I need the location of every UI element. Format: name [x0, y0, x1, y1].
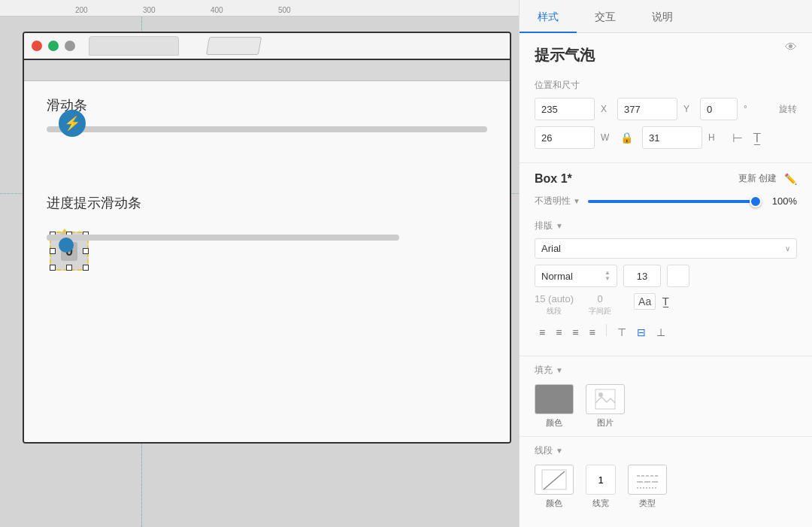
- line-section: 线段 ▼ 颜色 1 线宽: [520, 437, 812, 516]
- degree-input[interactable]: [700, 98, 738, 120]
- align-middle-btn[interactable]: ⊟: [632, 324, 650, 341]
- baseline-icon[interactable]: T̲: [753, 131, 761, 145]
- fill-image-label: 图片: [597, 417, 614, 429]
- opacity-thumb[interactable]: [750, 195, 762, 207]
- font-size-input[interactable]: [623, 265, 661, 287]
- align-bottom-btn[interactable]: ⊥: [652, 324, 670, 341]
- line-label: 线段 ▼: [535, 444, 797, 457]
- line-color-icon: [541, 468, 568, 491]
- letter-spacing-value: 0: [597, 293, 602, 304]
- font-family-row: Arial ∨: [535, 238, 797, 259]
- uppercase-icon[interactable]: Aa: [634, 293, 656, 310]
- align-left-btn[interactable]: ≡: [535, 324, 550, 341]
- line-type-swatch[interactable]: [628, 465, 667, 495]
- progress-track[interactable]: [47, 235, 399, 241]
- align-center-btn[interactable]: ≡: [551, 324, 566, 341]
- line-color-label: 颜色: [546, 498, 562, 509]
- component-section: Box 1* 更新 创建 ✏️: [520, 163, 812, 189]
- browser-maximize-btn[interactable]: [48, 41, 59, 51]
- progress-section: 进度提示滑动条 0: [47, 194, 487, 295]
- ruler-tick-200: 200: [75, 6, 88, 14]
- browser-tab-active[interactable]: [206, 37, 262, 55]
- opacity-section: 不透明性 ▼ 100%: [520, 189, 812, 214]
- canvas-area: 200 300 400 500 滑动条: [0, 0, 519, 527]
- fill-color-swatch[interactable]: [535, 384, 574, 414]
- line-spacing-item: 15 (auto) 线段: [535, 293, 574, 317]
- browser-mockup: 滑动条 ⚡ 进度提示滑动条: [23, 32, 511, 444]
- opacity-slider[interactable]: [588, 200, 756, 203]
- font-family-chevron: ∨: [785, 244, 790, 253]
- font-color-swatch[interactable]: [667, 265, 689, 287]
- line-width-label: 线宽: [592, 498, 609, 509]
- line-width-option: 1 线宽: [586, 465, 616, 509]
- progress-filled: [47, 235, 117, 241]
- opacity-label: 不透明性 ▼: [535, 195, 580, 207]
- handle-bm[interactable]: [66, 265, 72, 271]
- ruler-tick-400: 400: [211, 6, 223, 14]
- update-create-btn[interactable]: 更新 创建: [738, 173, 777, 185]
- fill-label: 填充 ▼: [535, 364, 797, 377]
- align-justify-btn[interactable]: ≡: [585, 324, 600, 341]
- font-family-select[interactable]: Arial ∨: [535, 238, 797, 259]
- canvas-content: 滑动条 ⚡ 进度提示滑动条: [0, 17, 519, 527]
- align-right-btn[interactable]: ≡: [568, 324, 583, 341]
- font-style-spinner[interactable]: ▲ ▼: [604, 270, 611, 282]
- handle-rm[interactable]: [83, 248, 89, 254]
- ruler: 200 300 400 500: [0, 0, 519, 17]
- handle-br[interactable]: [83, 265, 89, 271]
- strikethrough-icon[interactable]: T̲: [659, 294, 673, 309]
- panel-title: 提示气泡: [520, 33, 812, 71]
- browser-tab-main[interactable]: [89, 36, 179, 56]
- line-width-value: 1: [598, 474, 603, 486]
- fill-chevron: ▼: [556, 366, 563, 374]
- right-panel: 样式 交互 说明 提示气泡 👁 位置和尺寸 X Y ° 旋转: [519, 0, 812, 527]
- handle-bl[interactable]: [50, 265, 56, 271]
- lightning-icon: ⚡: [64, 115, 80, 132]
- image-icon: [594, 388, 617, 410]
- panel-content: 提示气泡 👁 位置和尺寸 X Y ° 旋转 W 🔒: [520, 33, 812, 527]
- slider-thumb[interactable]: ⚡: [59, 110, 86, 137]
- tab-style[interactable]: 样式: [520, 3, 577, 33]
- y-input[interactable]: [617, 98, 677, 120]
- align-icon[interactable]: ⊢: [732, 131, 743, 145]
- browser-minimize-btn[interactable]: [65, 41, 75, 51]
- x-input[interactable]: [535, 98, 595, 120]
- fill-color-label: 颜色: [546, 417, 562, 429]
- rotate-label: 旋转: [779, 103, 797, 116]
- svg-rect-0: [595, 389, 615, 409]
- visibility-icon[interactable]: 👁: [785, 41, 797, 54]
- component-name: Box 1*: [535, 172, 572, 186]
- w-input[interactable]: [535, 126, 595, 149]
- panel-tabs: 样式 交互 说明: [520, 0, 812, 33]
- h-input[interactable]: [642, 126, 702, 149]
- ruler-tick-300: 300: [143, 6, 156, 14]
- align-top-btn[interactable]: ⊤: [613, 324, 631, 341]
- font-style-select[interactable]: Normal ▲ ▼: [535, 265, 617, 287]
- progress-thumb[interactable]: [59, 238, 74, 253]
- divider: [606, 324, 607, 336]
- tab-description[interactable]: 说明: [634, 3, 691, 33]
- spacing-row: 15 (auto) 线段 0 字间距 Aa T̲: [535, 293, 797, 317]
- edit-component-icon[interactable]: ✏️: [784, 173, 797, 185]
- slider-track[interactable]: ⚡: [47, 126, 487, 132]
- typography-chevron: ▼: [556, 222, 563, 230]
- ruler-tick-500: 500: [278, 6, 291, 14]
- handle-lm[interactable]: [50, 248, 56, 254]
- wh-row: W 🔒 H ⊢ T̲: [535, 126, 797, 149]
- font-family-value: Arial: [541, 243, 561, 254]
- line-spacing-value: 15 (auto): [535, 293, 574, 304]
- browser-toolbar: [24, 60, 510, 81]
- opacity-fill: [588, 200, 756, 203]
- browser-close-btn[interactable]: [32, 41, 42, 51]
- fill-options: 颜色 图片: [535, 384, 797, 429]
- w-label: W: [601, 132, 611, 143]
- line-color-swatch[interactable]: [535, 465, 574, 495]
- fill-image-swatch[interactable]: [586, 384, 625, 414]
- lock-icon[interactable]: 🔒: [620, 132, 633, 144]
- typography-label: 排版 ▼: [535, 220, 797, 232]
- tab-interaction[interactable]: 交互: [577, 3, 634, 33]
- progress-label: 进度提示滑动条: [47, 194, 487, 212]
- slider-container: ⚡: [47, 126, 487, 164]
- slider-section: 滑动条 ⚡: [47, 96, 487, 164]
- line-width-input[interactable]: 1: [586, 465, 616, 495]
